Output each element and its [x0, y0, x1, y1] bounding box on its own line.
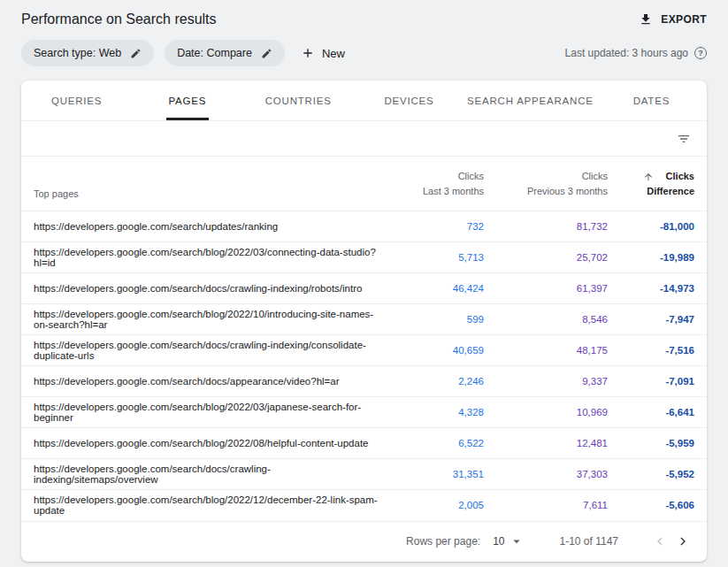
- clicks-previous-value: 8,546: [484, 304, 608, 335]
- filter-list-icon[interactable]: [677, 132, 691, 146]
- clicks-difference-value: -81,000: [608, 211, 707, 242]
- pagination-bar: Rows per page: 10 1-10 of 1147: [21, 521, 707, 562]
- filter-chip-search-type[interactable]: Search type: Web: [21, 40, 154, 66]
- dimension-tabs: QUERIESPAGESCOUNTRIESDEVICESSEARCH APPEA…: [21, 80, 707, 121]
- filter-chip-group: Search type: Web Date: Compare New: [21, 40, 345, 66]
- edit-pencil-icon: [130, 48, 142, 59]
- filter-chip-date-label: Date: Compare: [177, 47, 252, 59]
- export-label: EXPORT: [661, 13, 707, 26]
- table-row[interactable]: https://developers.google.com/search/blo…: [21, 242, 707, 273]
- column-header-line2: Last 3 months: [378, 184, 484, 199]
- clicks-difference-value: -7,091: [608, 366, 707, 397]
- page-url-cell[interactable]: https://developers.google.com/search/doc…: [21, 335, 378, 366]
- rows-per-page-label: Rows per page:: [406, 535, 480, 548]
- page-title: Performance on Search results: [21, 11, 217, 27]
- table-row[interactable]: https://developers.google.com/search/upd…: [21, 211, 707, 242]
- top-pages-table: Top pages Clicks Last 3 months Clicks Pr…: [21, 157, 707, 521]
- tab-label: SEARCH APPEARANCE: [464, 80, 596, 120]
- clicks-last-value: 31,351: [378, 459, 484, 490]
- page-url-cell[interactable]: https://developers.google.com/search/blo…: [21, 304, 378, 335]
- tab-queries[interactable]: QUERIES: [21, 80, 132, 120]
- sort-ascending-icon[interactable]: [643, 172, 654, 182]
- clicks-difference-value: -7,947: [608, 304, 707, 335]
- tab-dates[interactable]: DATES: [596, 80, 707, 120]
- clicks-previous-value: 61,397: [484, 273, 608, 304]
- clicks-difference-value: -5,959: [608, 428, 707, 459]
- clicks-previous-value: 81,732: [484, 211, 608, 242]
- clicks-difference-value: -5,606: [608, 490, 707, 521]
- results-card: QUERIESPAGESCOUNTRIESDEVICESSEARCH APPEA…: [21, 80, 707, 562]
- top-bar: Performance on Search results EXPORT: [0, 0, 728, 33]
- column-header-clicks-previous[interactable]: Clicks Previous 3 months: [484, 157, 608, 211]
- filter-chip-search-type-label: Search type: Web: [34, 47, 121, 59]
- table-row[interactable]: https://developers.google.com/search/doc…: [21, 335, 707, 366]
- clicks-previous-value: 48,175: [484, 335, 608, 366]
- edit-pencil-icon: [261, 48, 272, 59]
- clicks-previous-value: 10,969: [484, 397, 608, 428]
- page-url-cell[interactable]: https://developers.google.com/search/doc…: [21, 273, 378, 304]
- help-icon[interactable]: ?: [694, 47, 707, 59]
- table-row[interactable]: https://developers.google.com/search/blo…: [21, 304, 707, 335]
- filter-bar: Search type: Web Date: Compare New Last …: [0, 33, 728, 79]
- page-url-cell[interactable]: https://developers.google.com/search/blo…: [21, 428, 378, 459]
- column-header-line2: Difference: [608, 184, 694, 199]
- table-row[interactable]: https://developers.google.com/search/blo…: [21, 428, 707, 459]
- column-header-clicks-last[interactable]: Clicks Last 3 months: [378, 157, 484, 211]
- tab-devices[interactable]: DEVICES: [354, 80, 464, 120]
- tab-pages[interactable]: PAGES: [132, 80, 242, 120]
- filter-chip-date[interactable]: Date: Compare: [165, 40, 285, 66]
- new-filter-label: New: [322, 47, 345, 60]
- page-url-cell[interactable]: https://developers.google.com/search/upd…: [21, 211, 378, 242]
- clicks-last-value: 46,424: [378, 273, 484, 304]
- clicks-difference-value: -7,516: [608, 335, 707, 366]
- clicks-previous-value: 12,481: [484, 428, 608, 459]
- table-row[interactable]: https://developers.google.com/search/blo…: [21, 490, 707, 521]
- table-row[interactable]: https://developers.google.com/search/doc…: [21, 366, 707, 397]
- table-row[interactable]: https://developers.google.com/search/doc…: [21, 459, 707, 490]
- next-page-button[interactable]: [671, 530, 694, 553]
- clicks-last-value: 6,522: [378, 428, 484, 459]
- rows-per-page-value: 10: [493, 535, 504, 548]
- clicks-last-value: 2,005: [378, 490, 484, 521]
- tab-countries[interactable]: COUNTRIES: [243, 80, 354, 120]
- pagination-range: 1-10 of 1147: [560, 535, 619, 548]
- clicks-difference-value: -6,641: [608, 397, 707, 428]
- export-button[interactable]: EXPORT: [639, 12, 707, 27]
- new-filter-button[interactable]: New: [301, 46, 345, 60]
- tab-label: COUNTRIES: [263, 80, 334, 120]
- page-url-cell[interactable]: https://developers.google.com/search/doc…: [21, 366, 378, 397]
- table-row[interactable]: https://developers.google.com/search/doc…: [21, 273, 707, 304]
- tab-search-appearance[interactable]: SEARCH APPEARANCE: [464, 80, 596, 120]
- table-row[interactable]: https://developers.google.com/search/blo…: [21, 397, 707, 428]
- column-header-top-pages: Top pages: [21, 157, 378, 211]
- clicks-previous-value: 25,702: [484, 242, 608, 273]
- page-url-cell[interactable]: https://developers.google.com/search/blo…: [21, 490, 378, 521]
- clicks-last-value: 4,328: [378, 397, 484, 428]
- column-header-clicks-difference[interactable]: Clicks Difference: [608, 157, 707, 211]
- plus-icon: [301, 46, 315, 60]
- clicks-previous-value: 7,611: [484, 490, 608, 521]
- table-toolbar: [21, 121, 707, 157]
- clicks-last-value: 732: [378, 211, 484, 242]
- clicks-difference-value: -19,989: [608, 242, 707, 273]
- clicks-last-value: 5,713: [378, 242, 484, 273]
- page-url-cell[interactable]: https://developers.google.com/search/blo…: [21, 397, 378, 428]
- column-header-line2: Previous 3 months: [484, 184, 608, 199]
- download-icon: [639, 12, 653, 27]
- page-url-cell[interactable]: https://developers.google.com/search/blo…: [21, 242, 378, 273]
- clicks-previous-value: 37,303: [484, 459, 608, 490]
- clicks-last-value: 40,659: [378, 335, 484, 366]
- rows-per-page-select[interactable]: 10: [493, 533, 524, 549]
- tab-label: DATES: [631, 80, 673, 120]
- column-header-line1: Clicks: [666, 169, 694, 184]
- page-url-cell[interactable]: https://developers.google.com/search/doc…: [21, 459, 378, 490]
- clicks-difference-value: -5,952: [608, 459, 707, 490]
- clicks-last-value: 2,246: [378, 366, 484, 397]
- last-updated-text: Last updated: 3 hours ago: [565, 47, 688, 59]
- column-header-line1: Clicks: [484, 169, 608, 184]
- tab-label: QUERIES: [49, 80, 104, 120]
- clicks-previous-value: 9,337: [484, 366, 608, 397]
- previous-page-button[interactable]: [648, 530, 671, 553]
- tab-label: PAGES: [166, 80, 210, 120]
- last-updated: Last updated: 3 hours ago ?: [565, 47, 707, 59]
